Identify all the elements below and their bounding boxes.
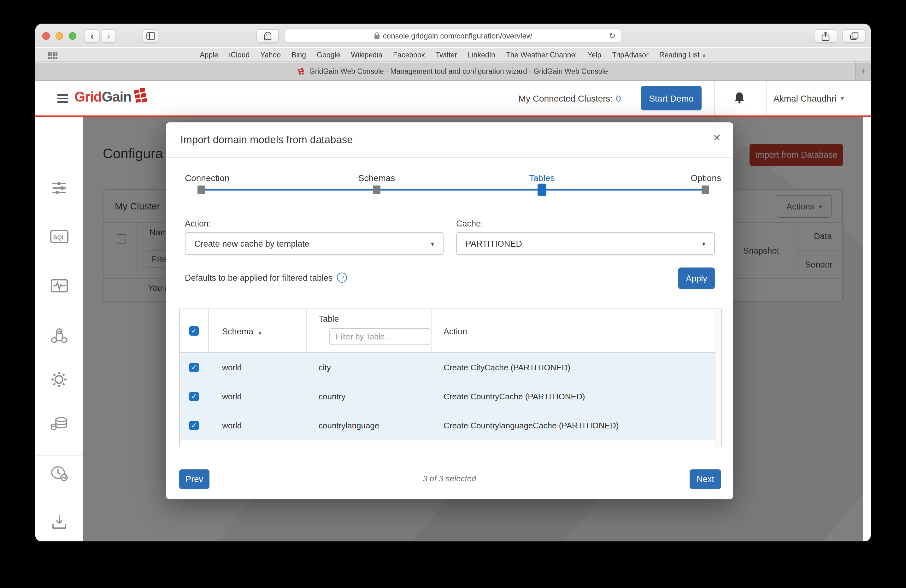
tabs-icon — [850, 32, 858, 40]
chevron-right-icon: › — [107, 31, 110, 41]
selection-status: 3 of 3 selected — [166, 474, 733, 483]
bookmark-reading-list[interactable]: Reading List ∨ — [659, 51, 706, 58]
chevron-down-icon: ▾ — [702, 240, 705, 247]
sql-icon: SQL — [49, 229, 69, 244]
bookmark-yelp[interactable]: Yelp — [587, 51, 601, 58]
reload-icon[interactable]: ↻ — [609, 31, 616, 40]
table-row-partial — [180, 440, 721, 447]
row-action: Create CountrylanguageCache (PARTITIONED… — [431, 421, 721, 430]
web-content: GridGain My Connected Clusters: 0 — [35, 81, 871, 541]
bookmark-weather-channel[interactable]: The Weather Channel — [506, 51, 577, 58]
import-domain-models-modal: Import domain models from database × Con… — [166, 123, 733, 499]
download-icon — [51, 514, 67, 531]
row-checkbox[interactable] — [189, 392, 199, 401]
bookmark-facebook[interactable]: Facebook — [393, 51, 425, 58]
step-schemas[interactable]: Schemas — [358, 173, 395, 183]
browser-titlebar: ‹ › — [35, 24, 871, 47]
sidebar-item-monitoring[interactable] — [35, 279, 83, 293]
desktop: ‹ › — [0, 0, 906, 588]
sidebar-item-download-agent[interactable] — [35, 514, 83, 531]
url-text: console.gridgain.com/configuration/overv… — [383, 31, 532, 40]
bookmark-bing[interactable]: Bing — [292, 51, 306, 58]
coins-icon — [50, 416, 68, 432]
sidebar-divider — [35, 456, 83, 456]
close-window-button[interactable] — [42, 32, 50, 40]
step-options[interactable]: Options — [691, 173, 721, 183]
sidebar-item-configuration[interactable] — [35, 180, 83, 196]
bookmark-yahoo[interactable]: Yahoo — [260, 51, 281, 58]
select-all-tables-checkbox[interactable] — [189, 326, 199, 336]
table-row[interactable]: world country Create CountryCache (PARTI… — [180, 382, 721, 411]
lock-icon — [374, 32, 380, 39]
sidebar-item-caches[interactable] — [35, 416, 83, 432]
plus-icon: + — [860, 65, 866, 77]
sidebar-item-queries-history[interactable]: 24 — [35, 465, 83, 482]
action-label: Action: — [185, 219, 211, 228]
cache-select[interactable]: PARTITIONED ▾ — [456, 232, 715, 255]
user-name: Akmal Chaudhri — [774, 93, 836, 103]
apply-button[interactable]: Apply — [678, 268, 715, 289]
step-handle-options[interactable] — [702, 185, 709, 194]
cache-label: Cache: — [456, 219, 483, 228]
step-tables[interactable]: Tables — [530, 173, 555, 183]
step-handle-tables[interactable] — [538, 183, 546, 196]
help-icon[interactable]: ? — [337, 272, 347, 283]
chevron-down-icon: ▾ — [431, 240, 434, 247]
sidebar-item-settings[interactable] — [35, 371, 83, 388]
table-row[interactable]: world countrylanguage Create Countrylang… — [180, 411, 721, 440]
forward-button[interactable]: › — [101, 29, 116, 43]
extension-ghostery-button[interactable] — [256, 29, 279, 43]
clock-24-icon: 24 — [49, 465, 69, 482]
back-button[interactable]: ‹ — [85, 29, 100, 43]
sidebar-item-cluster[interactable] — [35, 327, 83, 344]
new-tab-button[interactable]: + — [855, 62, 871, 80]
bookmark-icloud[interactable]: iCloud — [229, 51, 249, 58]
clusters-count[interactable]: 0 — [616, 93, 621, 103]
table-header: Schema▲ Table Action — [180, 309, 721, 353]
tab-overview-button[interactable] — [842, 29, 866, 43]
bookmark-twitter[interactable]: Twitter — [435, 51, 457, 58]
zoom-window-button[interactable] — [69, 32, 77, 40]
table-filter-input[interactable] — [329, 328, 430, 345]
row-checkbox[interactable] — [189, 421, 199, 430]
menu-icon[interactable] — [57, 94, 68, 104]
bookmark-linkedin[interactable]: LinkedIn — [468, 51, 495, 58]
bookmark-google[interactable]: Google — [317, 51, 340, 58]
connected-clusters: My Connected Clusters: 0 — [477, 81, 621, 115]
table-scrollbar-track[interactable] — [715, 309, 721, 447]
table-row[interactable]: world city Create CityCache (PARTITIONED… — [180, 353, 721, 382]
column-header-schema[interactable]: Schema▲ — [222, 327, 263, 336]
sidebar: SQL — [35, 117, 83, 541]
sidebar-item-sql[interactable]: SQL — [35, 229, 83, 244]
row-table: countrylanguage — [306, 421, 431, 430]
address-bar[interactable]: console.gridgain.com/configuration/overv… — [284, 29, 622, 43]
page-scrollbar-track[interactable] — [863, 117, 871, 541]
sidebar-toggle-button[interactable] — [143, 29, 158, 43]
tab-title[interactable]: GridGain Web Console - Management tool a… — [309, 67, 608, 75]
row-action: Create CountryCache (PARTITIONED) — [431, 392, 721, 401]
svg-text:SQL: SQL — [53, 234, 65, 241]
gridgain-logo[interactable]: GridGain — [75, 89, 150, 105]
notifications-button[interactable] — [734, 91, 745, 104]
column-header-table[interactable]: Table — [319, 314, 339, 323]
minimize-window-button[interactable] — [56, 32, 63, 40]
row-checkbox[interactable] — [189, 363, 199, 372]
step-handle-schemas[interactable] — [373, 185, 380, 194]
user-menu[interactable]: Akmal Chaudhri ▾ — [774, 81, 844, 115]
start-demo-button[interactable]: Start Demo — [641, 86, 702, 110]
share-icon — [821, 31, 829, 41]
action-select[interactable]: Create new cache by template ▾ — [185, 232, 443, 255]
bookmark-wikipedia[interactable]: Wikipedia — [351, 51, 382, 58]
step-connection[interactable]: Connection — [185, 173, 230, 183]
bell-icon — [734, 91, 745, 104]
row-table: country — [306, 392, 431, 401]
bookmark-tripadvisor[interactable]: TripAdvisor — [612, 51, 648, 58]
column-header-action[interactable]: Action — [443, 327, 467, 336]
monitor-pulse-icon — [50, 279, 68, 293]
bookmark-apple[interactable]: Apple — [200, 51, 218, 58]
row-table: city — [306, 363, 431, 372]
close-icon[interactable]: × — [713, 131, 721, 144]
share-button[interactable] — [814, 29, 837, 43]
step-handle-connection[interactable] — [198, 185, 205, 194]
next-button[interactable]: Next — [690, 469, 721, 489]
